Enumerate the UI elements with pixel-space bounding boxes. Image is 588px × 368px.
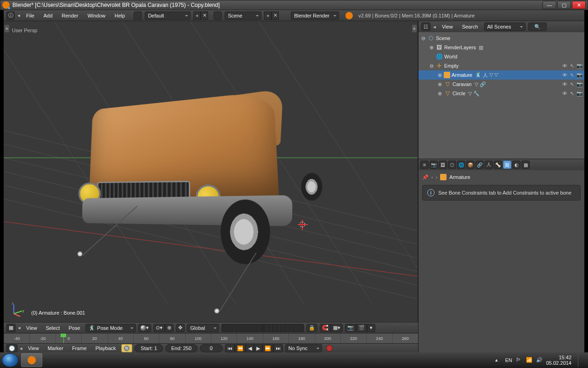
layout-delete-button[interactable]: ✕	[201, 12, 208, 20]
editor-type-properties-icon[interactable]: ≡	[420, 161, 429, 169]
tree-row-renderlayers[interactable]: ⊕ 🖼 RenderLayers ▥	[418, 43, 584, 52]
scene-browse-icon[interactable]	[214, 12, 222, 20]
cursor-icon[interactable]: ↖	[569, 81, 575, 87]
manipulator-toggle[interactable]: ✥	[176, 324, 185, 332]
view3d-menu-view[interactable]: View	[23, 325, 40, 331]
mode-dropdown[interactable]: 🕺 Pose Mode	[85, 324, 136, 332]
prop-tab-armature[interactable]: 人	[485, 161, 493, 169]
render-icon[interactable]: 📷	[577, 72, 582, 78]
view3d-menu-select[interactable]: Select	[43, 325, 63, 331]
timeline-collapse-toggle[interactable]: ◂	[20, 345, 23, 351]
editor-type-3dview-icon[interactable]: ▦	[6, 324, 16, 332]
auto-keyframe-toggle[interactable]: 🔘	[121, 344, 132, 352]
meshdata-icon[interactable]: ▽	[475, 81, 478, 87]
material-icon[interactable]: 🔧	[473, 91, 480, 97]
view3d-menu-pose[interactable]: Pose	[65, 325, 83, 331]
cursor-icon[interactable]: ↖	[569, 63, 575, 69]
show-desktop-button[interactable]	[578, 353, 582, 367]
renderlayer-pass-icon[interactable]: ▥	[479, 45, 483, 51]
eye-icon[interactable]: 👁	[562, 81, 568, 87]
menu-file[interactable]: File	[23, 13, 38, 18]
snap-toggle[interactable]: 🧲	[320, 324, 331, 332]
prop-tab-renderlayers[interactable]: 🖼	[439, 161, 447, 169]
timeline-menu-view[interactable]: View	[25, 345, 42, 351]
view3d-collapse-toggle[interactable]: ◂	[18, 325, 21, 331]
menu-window[interactable]: Window	[84, 13, 108, 18]
editor-type-timeline-icon[interactable]: 🕒	[6, 344, 17, 352]
scene-add-button[interactable]: +	[264, 12, 271, 20]
tree-row-scene[interactable]: ⊖ ⬡ Scene	[418, 34, 584, 43]
prop-tab-texture[interactable]: ▩	[521, 161, 530, 169]
menu-add[interactable]: Add	[40, 13, 56, 18]
layout-add-button[interactable]: +	[193, 12, 201, 20]
cursor-icon[interactable]: ↖	[569, 91, 575, 97]
tree-row-world[interactable]: 🌐 World	[418, 52, 584, 61]
bone-handle-1[interactable]	[77, 251, 83, 257]
collapse-menus-toggle[interactable]: ◂	[17, 12, 20, 18]
armdata-icon[interactable]: 人	[483, 72, 488, 79]
menu-help[interactable]: Help	[112, 13, 129, 18]
prop-tab-constraints[interactable]: 🔗	[475, 161, 484, 169]
frame-start-field[interactable]: Start: 1	[135, 344, 163, 352]
tree-toggle[interactable]: ⊕	[437, 91, 442, 97]
timeline-menu-marker[interactable]: Marker	[45, 345, 67, 351]
prop-tab-material[interactable]: ◐	[512, 161, 520, 169]
prop-tab-world[interactable]: 🌐	[457, 161, 465, 169]
layer-buttons-top[interactable]	[221, 324, 263, 332]
timeline-ruler[interactable]: -40-200204060801001201401601802002202402…	[4, 334, 418, 344]
editor-type-outliner-icon[interactable]: ☷	[421, 23, 430, 31]
taskbar-app-blender[interactable]	[21, 353, 42, 367]
opengl-anim-button[interactable]: 🎬	[356, 324, 367, 332]
manipulate-center-button[interactable]: ⊕	[165, 324, 174, 332]
eye-icon[interactable]: 👁	[562, 72, 568, 78]
opengl-options-dropdown[interactable]: ▾	[367, 324, 375, 332]
timeline-menu-playback[interactable]: Playback	[92, 345, 119, 351]
opengl-render-button[interactable]: 📷	[345, 324, 356, 332]
tray-clock[interactable]: 15:42 05.02.2014	[546, 355, 571, 366]
window-maximize-button[interactable]: ▢	[557, 1, 571, 9]
prop-tab-render[interactable]: 📷	[430, 161, 438, 169]
tray-flag-icon[interactable]: 🏳	[516, 357, 522, 363]
tray-volume-icon[interactable]: 🔊	[536, 357, 543, 363]
tree-toggle[interactable]: ⊕	[437, 81, 442, 87]
tree-row-empty[interactable]: ⊖ ✛ Empty 👁↖📷	[418, 61, 584, 70]
jump-end-button[interactable]: ⏭	[273, 344, 283, 352]
start-button[interactable]	[2, 353, 18, 367]
tree-toggle[interactable]: ⊕	[437, 72, 442, 78]
tree-toggle[interactable]: ⊖	[429, 63, 434, 69]
jump-start-button[interactable]: ⏮	[225, 344, 235, 352]
editor-type-info-icon[interactable]: ⓘ	[6, 12, 15, 20]
screen-layout-browse-icon[interactable]	[134, 12, 142, 20]
outliner-menu-view[interactable]: View	[439, 24, 456, 29]
outliner-collapse-toggle[interactable]: ◂	[433, 24, 436, 30]
mesh-icon[interactable]: ▽	[494, 72, 498, 79]
key-prev-button[interactable]: ⏪	[235, 344, 246, 352]
prop-tab-scene[interactable]: ⬡	[448, 161, 456, 169]
outliner-menu-search[interactable]: Search	[459, 24, 481, 29]
3d-viewport[interactable]: + + User Persp	[4, 21, 418, 322]
prop-tab-bone[interactable]: 🦴	[494, 161, 502, 169]
timeline-playhead[interactable]	[63, 334, 64, 343]
tree-row-caravan[interactable]: ⊕ ▽ Caravan ▽🔗 👁↖📷	[418, 80, 584, 89]
meshdata-icon[interactable]: ▽	[468, 91, 472, 97]
window-close-button[interactable]: ✕	[572, 1, 586, 9]
pose-icon[interactable]: 🕺	[475, 72, 481, 79]
pin-icon[interactable]: 📌	[422, 174, 429, 180]
frame-end-field[interactable]: End: 250	[165, 344, 198, 352]
layer-buttons-bot[interactable]	[263, 324, 304, 332]
bone-handle-2[interactable]	[214, 308, 220, 314]
render-icon[interactable]: 📷	[577, 81, 582, 87]
key-next-button[interactable]: ⏩	[262, 344, 273, 352]
outliner-search-field[interactable]: 🔍	[528, 23, 547, 31]
lock-camera-button[interactable]: 🔒	[306, 324, 317, 332]
outliner-tree[interactable]: ⊖ ⬡ Scene ⊕ 🖼 RenderLayers ▥ 🌐 World	[418, 32, 584, 159]
tray-network-icon[interactable]: 📶	[526, 357, 532, 363]
auto-key-record-icon[interactable]	[326, 345, 333, 351]
prop-tab-object[interactable]: 📦	[466, 161, 475, 169]
modifier-icon[interactable]: 🔗	[480, 81, 486, 87]
outliner-display-dropdown[interactable]: All Scenes	[484, 23, 526, 31]
cursor-icon[interactable]: ↖	[569, 72, 575, 78]
menu-render[interactable]: Render	[58, 13, 81, 18]
window-minimize-button[interactable]: —	[543, 1, 556, 9]
scene-dropdown[interactable]: Scene	[225, 12, 261, 20]
